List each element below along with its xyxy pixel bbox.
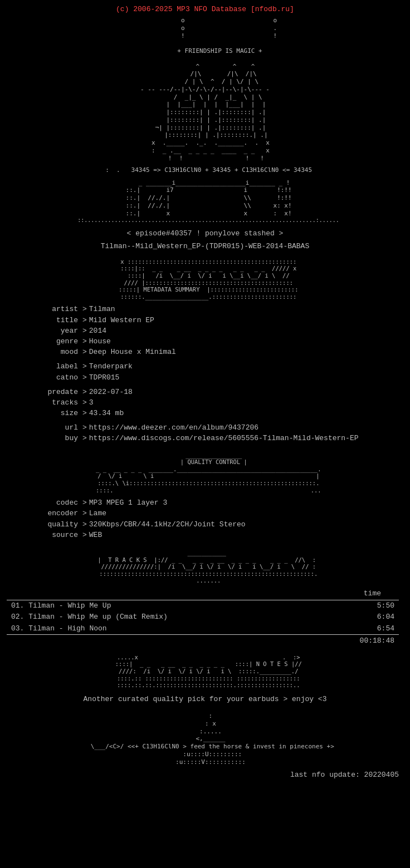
- metadata-block: artist > Tilman title > Mild Western EP …: [2, 304, 408, 443]
- track-total: 00:18:48: [7, 634, 399, 646]
- quality-codec: codec > MP3 MPEG 1 layer 3: [25, 498, 408, 508]
- meta-buy: buy > https://www.discogs.com/release/56…: [25, 433, 408, 443]
- meta-genre: genre > House: [25, 337, 408, 347]
- quality-encoder: encoder > Lame: [25, 509, 408, 519]
- meta-catno: catno > TDPR015: [25, 373, 408, 383]
- ascii-art-top: o o o . ! ! + FRIENDSHIP IS MAGIC + ^ ^ …: [2, 17, 408, 162]
- meta-tracks: tracks > 3: [25, 398, 408, 408]
- track-row-3: 03. Tilman - High Noon 6:54: [7, 623, 399, 634]
- meta-title: title > Mild Western EP: [25, 315, 408, 326]
- quality-quality: quality > 320Kbps/CBR/44.1kHz/2CH/Joint …: [25, 520, 408, 530]
- formula-line: : . 34345 => C13H16ClN0 + 34345 + C13H16…: [2, 166, 408, 174]
- quality-source: source > WEB: [25, 530, 408, 540]
- track-header: time: [7, 589, 399, 600]
- page-container: (c) 2006-2025 MP3 NFO Database [nfodb.ru…: [2, 4, 408, 780]
- quality-block: codec > MP3 MPEG 1 layer 3 encoder > Lam…: [2, 498, 408, 540]
- notes-banner: .....x . :> ::::| _ _ _ __ _ _ _ _ _ _ :…: [2, 654, 408, 689]
- tracklist-block: time 01. Tilman - Whip Me Up 5:50 02. Ti…: [7, 589, 399, 646]
- dots-1: ::......................................…: [2, 217, 408, 223]
- footer-ascii: : : x :..... <,______ \___/<C>/ <<+ C13H…: [2, 712, 408, 766]
- tracks-banner: ___________ | T R A C K S |:// _ _ _ _ _…: [2, 549, 408, 584]
- meta-predate: predate > 2022-07-18: [25, 387, 408, 397]
- episode-line: < episode#40357 ! ponylove stashed >: [2, 229, 408, 239]
- meta-size: size > 43.34 mb: [25, 408, 408, 418]
- track-row-1: 01. Tilman - Whip Me Up 5:50: [7, 600, 399, 611]
- qc-banner: ________________ | QUALITY CONTROL | _ _…: [2, 452, 408, 494]
- ascii-art-2: _ _______i___________________i_______ _ …: [2, 179, 408, 218]
- release-title: Tilman--Mild_Western_EP-(TDPR015)-WEB-20…: [2, 241, 408, 251]
- meta-url: url > https://www.deezer.com/en/album/94…: [25, 423, 408, 433]
- notes-text: Another curated quality pick for your ea…: [2, 694, 408, 704]
- metadata-banner: x ::::::::::::::::::::::::::::::::::::::…: [2, 258, 408, 300]
- meta-mood: mood > Deep House x Minimal: [25, 347, 408, 357]
- meta-label: label > Tenderpark: [25, 362, 408, 372]
- footer-update: last nfo update: 20220405: [2, 770, 399, 780]
- header-copyright: (c) 2006-2025 MP3 NFO Database [nfodb.ru…: [2, 4, 408, 14]
- meta-artist: artist > Tilman: [25, 304, 408, 314]
- track-row-2: 02. Tilman - Whip Me up (Cmat Remix) 6:0…: [7, 611, 399, 623]
- meta-year: year > 2014: [25, 326, 408, 336]
